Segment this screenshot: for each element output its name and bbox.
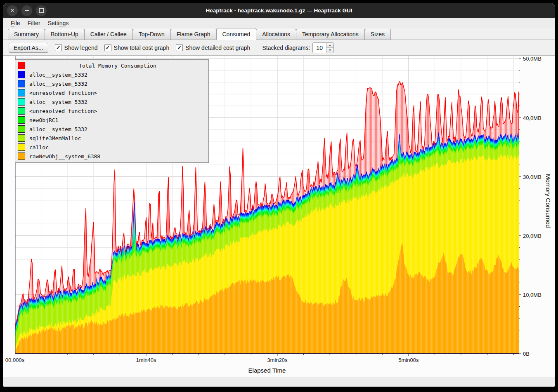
- tab-sizes[interactable]: Sizes: [364, 29, 391, 40]
- spin-buttons: ▲ ▼: [326, 43, 333, 53]
- minimize-button[interactable]: [21, 5, 32, 16]
- y-axis-tick-label: 10,0MB: [523, 291, 541, 298]
- legend-label: Total Memory Consumption: [29, 63, 206, 69]
- tab-flame-graph[interactable]: Flame Graph: [170, 29, 217, 40]
- x-axis-tick-label: 5min00s: [398, 357, 418, 363]
- legend-swatch: [18, 134, 25, 142]
- tab-consumed[interactable]: Consumed: [216, 28, 257, 40]
- tab-bottom-up[interactable]: Bottom-Up: [45, 29, 85, 40]
- tab-allocations[interactable]: Allocations: [256, 29, 296, 40]
- toolbar-separator: [257, 43, 257, 52]
- legend-row: <unresolved function>: [15, 88, 208, 97]
- menu-item-file[interactable]: File: [7, 19, 24, 27]
- tab-top-down[interactable]: Top-Down: [132, 29, 171, 40]
- legend-row: alloc__system_5332: [15, 124, 208, 134]
- maximize-icon: [39, 8, 44, 13]
- desktop: { "window": { "title": "Heaptrack - heap…: [0, 0, 558, 392]
- chart-legend: Total Memory Consumptionalloc__system_53…: [15, 59, 209, 163]
- legend-swatch: [18, 153, 25, 160]
- legend-swatch: [18, 107, 25, 115]
- tab-temporary-allocations[interactable]: Temporary Allocations: [296, 29, 365, 40]
- legend-label: alloc__system_5332: [29, 99, 87, 105]
- stacked-diagrams-value[interactable]: 10: [313, 43, 326, 53]
- legend-label: <unresolved function>: [29, 90, 97, 96]
- tab-bar: SummaryBottom-UpCaller / CalleeTop-DownF…: [3, 28, 555, 40]
- legend-label: alloc__system_5332: [29, 72, 87, 78]
- stacked-diagrams-spinbox[interactable]: 10 ▲ ▼: [312, 42, 334, 53]
- legend-label: calloc: [29, 144, 49, 150]
- menu-item-filter[interactable]: Filter: [24, 19, 44, 27]
- x-axis-tick-label: 1min40s: [136, 357, 156, 363]
- legend-label: newObjRC1: [29, 117, 58, 123]
- checkbox-show-total-cost-graph[interactable]: ✓Show total cost graph: [104, 44, 170, 51]
- legend-swatch: [18, 143, 25, 151]
- checkmark-icon[interactable]: ✓: [176, 44, 183, 51]
- checkbox-show-legend[interactable]: ✓Show legend: [55, 44, 98, 51]
- legend-row: calloc: [15, 143, 208, 152]
- legend-row: rawNewObj__system_6388: [15, 152, 208, 161]
- legend-swatch: [18, 71, 25, 78]
- checkmark-icon[interactable]: ✓: [104, 44, 111, 51]
- spin-up-button[interactable]: ▲: [326, 43, 333, 48]
- spin-down-button[interactable]: ▼: [326, 48, 333, 53]
- x-axis-tick-label: 3min20s: [267, 357, 287, 363]
- legend-label: sqlite3MemMalloc: [29, 135, 81, 141]
- checkbox-label: Show total cost graph: [114, 45, 170, 51]
- x-axis-title: Elapsed Time: [234, 367, 300, 374]
- y-axis-tick-label: 40,0MB: [523, 115, 541, 121]
- legend-row: newObjRC1: [15, 115, 208, 124]
- checkbox-show-detailed-cost-graph[interactable]: ✓Show detailed cost graph: [176, 44, 250, 51]
- maximize-button[interactable]: [36, 5, 47, 16]
- checkbox-label: Show detailed cost graph: [185, 45, 250, 51]
- heaptrack-window: ✕ Heaptrack - heaptrack.wakunode.1.gz — …: [3, 3, 555, 387]
- legend-label: alloc__system_5332: [29, 81, 87, 87]
- legend-swatch: [18, 80, 25, 87]
- checkbox-label: Show legend: [64, 45, 98, 51]
- legend-row: alloc__system_5332: [15, 70, 208, 79]
- legend-swatch: [18, 89, 25, 96]
- legend-row: <unresolved function>: [15, 106, 208, 115]
- toolbar: Export As... ✓Show legend✓Show total cos…: [3, 40, 555, 55]
- y-axis-tick-label: 20,0MB: [523, 232, 541, 239]
- y-axis-tick-label: 30,0MB: [523, 174, 541, 180]
- legend-label: alloc__system_5332: [29, 126, 87, 132]
- close-icon: ✕: [10, 7, 15, 14]
- legend-row: alloc__system_5332: [15, 79, 208, 88]
- legend-swatch: [18, 116, 25, 124]
- legend-swatch: [18, 62, 25, 69]
- window-title: Heaptrack - heaptrack.wakunode.1.gz — He…: [3, 7, 555, 14]
- legend-row: alloc__system_5332: [15, 97, 208, 106]
- y-axis-title: Memory Consumed: [545, 174, 552, 228]
- menu-item-settings[interactable]: Settings: [44, 19, 73, 27]
- legend-swatch: [18, 98, 25, 106]
- export-as-button[interactable]: Export As...: [9, 43, 48, 53]
- minimize-icon: [25, 10, 29, 11]
- tab-summary[interactable]: Summary: [8, 29, 45, 40]
- close-button[interactable]: ✕: [7, 5, 18, 16]
- legend-row: sqlite3MemMalloc: [15, 134, 208, 143]
- titlebar[interactable]: ✕ Heaptrack - heaptrack.wakunode.1.gz — …: [3, 3, 555, 18]
- legend-swatch: [18, 125, 25, 133]
- tab-caller-callee[interactable]: Caller / Callee: [84, 29, 133, 40]
- status-bar: [3, 378, 555, 387]
- stacked-diagrams-label: Stacked diagrams:: [262, 45, 310, 51]
- legend-label: rawNewObj__system_6388: [29, 153, 100, 160]
- y-axis-tick-label: 50,0MB: [523, 56, 541, 62]
- legend-row: Total Memory Consumption: [15, 61, 208, 70]
- menubar: FileFilterSettings: [3, 18, 555, 28]
- checkmark-icon[interactable]: ✓: [55, 44, 62, 51]
- chart-panel: Total Memory Consumptionalloc__system_53…: [3, 55, 555, 378]
- legend-label: <unresolved function>: [29, 108, 97, 114]
- y-axis-tick-label: 0B: [523, 351, 530, 357]
- x-axis-tick-label: 00.000s: [5, 357, 24, 363]
